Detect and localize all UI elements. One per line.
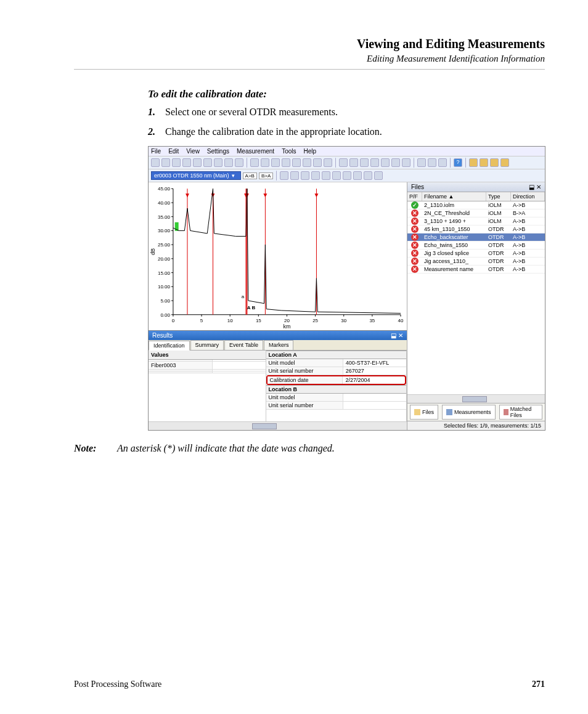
file-row[interactable]: ✕Echo_backscatterOTDRA->B	[407, 233, 545, 241]
btab-files[interactable]: Files	[410, 405, 438, 420]
file-row[interactable]: ✕2N_CE_ThresholdiOLMB->A	[407, 209, 545, 217]
save-icon[interactable]	[381, 158, 390, 167]
calibration-date-value[interactable]: 2/27/2004	[343, 376, 405, 384]
marker-icon[interactable]	[332, 171, 341, 180]
marker-icon[interactable]	[311, 171, 320, 180]
file-row[interactable]: ✕Jig access_1310_OTDRA->B	[407, 258, 545, 266]
unit-model-value[interactable]: 400-ST37-EI-VFL	[343, 359, 406, 367]
column-type[interactable]: Type	[486, 192, 511, 201]
print-icon[interactable]	[402, 158, 410, 167]
file-type: OTDR	[486, 241, 511, 249]
menu-edit[interactable]: Edit	[168, 148, 179, 155]
ab-button[interactable]: A>B	[243, 172, 257, 179]
save-icon[interactable]	[370, 158, 379, 167]
menu-help[interactable]: Help	[304, 148, 317, 155]
marker-icon[interactable]	[343, 171, 351, 180]
unit-serial-b-value[interactable]	[343, 402, 406, 409]
file-row[interactable]: ✕Echo_twins_1550OTDRA->B	[407, 241, 545, 249]
toolbar-icon[interactable]	[313, 158, 322, 167]
file-type: iOLM	[486, 217, 511, 225]
horizontal-scrollbar[interactable]	[149, 421, 407, 430]
menu-tools[interactable]: Tools	[282, 148, 296, 155]
btab-matched[interactable]: Matched Files	[499, 405, 542, 420]
file-row[interactable]: ✕45 km_1310_1550OTDRA->B	[407, 225, 545, 233]
open-icon[interactable]	[339, 158, 348, 167]
zoom-icon[interactable]	[271, 158, 280, 167]
value-cell[interactable]: Fiber0003	[149, 362, 213, 369]
file-name: 2N_CE_Threshold	[422, 209, 486, 217]
file-row[interactable]: ✕3_1310 + 1490 +iOLMA->B	[407, 217, 545, 225]
tab-summary[interactable]: Summary	[190, 340, 224, 350]
tab-markers[interactable]: Markers	[264, 340, 294, 350]
menu-file[interactable]: File	[151, 148, 161, 155]
tab-identification[interactable]: Identification	[149, 341, 190, 351]
marker-icon[interactable]	[322, 171, 330, 180]
step-number: 2.	[148, 126, 165, 137]
toolbar-icon[interactable]	[203, 158, 212, 167]
print-icon[interactable]	[391, 158, 400, 167]
location-a-header: Location A	[266, 351, 406, 359]
column-pf[interactable]: P/F	[407, 192, 422, 201]
menu-settings[interactable]: Settings	[207, 148, 229, 155]
file-row[interactable]: ✓2_1310.iolmiOLMA->B	[407, 201, 545, 209]
folder-icon[interactable]	[360, 158, 369, 167]
values-header: Values	[149, 351, 266, 360]
file-name: Echo_backscatter	[422, 233, 486, 241]
toolbar-icon[interactable]	[235, 158, 243, 167]
marker-icon[interactable]	[353, 171, 362, 180]
lock-icon[interactable]	[469, 158, 478, 167]
marker-icon[interactable]	[290, 171, 299, 180]
marker-icon[interactable]	[280, 171, 288, 180]
lock-icon[interactable]	[500, 158, 509, 167]
svg-text:45.00: 45.00	[158, 186, 171, 192]
file-name: Jig access_1310_	[422, 258, 486, 265]
svg-text:0.00: 0.00	[160, 312, 170, 318]
zoom-icon[interactable]	[282, 158, 290, 167]
toolbar-icon[interactable]	[214, 158, 223, 167]
step-number: 1.	[148, 107, 165, 118]
unit-serial-value[interactable]: 267027	[343, 367, 406, 375]
folder-icon[interactable]	[349, 158, 358, 167]
files-title: Files	[411, 184, 424, 190]
file-row[interactable]: ✕Jig 3 closed spliceOTDRA->B	[407, 249, 545, 258]
toolbar-icon[interactable]	[324, 158, 332, 167]
menu-view[interactable]: View	[186, 148, 200, 155]
toolbar-icon[interactable]	[193, 158, 202, 167]
marker-icon[interactable]	[301, 171, 309, 180]
zoom-icon[interactable]	[250, 158, 259, 167]
menu-measurement[interactable]: Measurement	[237, 148, 274, 155]
cut-icon[interactable]	[417, 158, 426, 167]
toolbar-icon[interactable]	[224, 158, 233, 167]
chart-icon[interactable]	[364, 171, 372, 180]
help-icon[interactable]: ?	[454, 158, 462, 167]
settings-icon[interactable]	[374, 171, 383, 180]
fail-icon: ✕	[411, 266, 419, 273]
unit-model-b-value[interactable]	[343, 394, 406, 401]
lock-icon[interactable]	[480, 158, 488, 167]
zoom-icon[interactable]	[292, 158, 301, 167]
horizontal-scrollbar[interactable]	[407, 394, 545, 403]
toolbar-icon[interactable]	[151, 158, 160, 167]
toolbar-icon[interactable]	[182, 158, 191, 167]
zoom-icon[interactable]	[261, 158, 269, 167]
paste-icon[interactable]	[438, 158, 447, 167]
chevron-down-icon: ▾	[232, 172, 238, 179]
file-list: ✓2_1310.iolmiOLMA->B✕2N_CE_ThresholdiOLM…	[407, 201, 545, 394]
ba-button[interactable]: B>A	[259, 172, 273, 179]
pin-close-icon[interactable]: ⬓ ✕	[391, 332, 403, 339]
file-row[interactable]: ✕Measurement nameOTDRA->B	[407, 266, 545, 274]
lock-icon[interactable]	[490, 158, 499, 167]
pin-close-icon[interactable]: ⬓ ✕	[529, 184, 541, 190]
column-direction[interactable]: Direction	[511, 192, 545, 201]
file-name: Measurement name	[422, 266, 486, 273]
trace-selector[interactable]: er0003 OTDR 1550 nm (Main) ▾	[151, 171, 241, 180]
toolbar-icon[interactable]	[172, 158, 181, 167]
fail-icon: ✕	[411, 241, 419, 249]
copy-icon[interactable]	[428, 158, 436, 167]
column-filename[interactable]: Filename ▲	[422, 192, 486, 201]
zoom-icon[interactable]	[303, 158, 311, 167]
tab-event-table[interactable]: Event Table	[224, 340, 263, 350]
btab-measurements[interactable]: Measurements	[442, 405, 496, 420]
toolbar-icon[interactable]	[161, 158, 170, 167]
otdr-chart[interactable]: 0.005.0010.0015.0020.0025.0030.0035.0040…	[149, 182, 407, 330]
